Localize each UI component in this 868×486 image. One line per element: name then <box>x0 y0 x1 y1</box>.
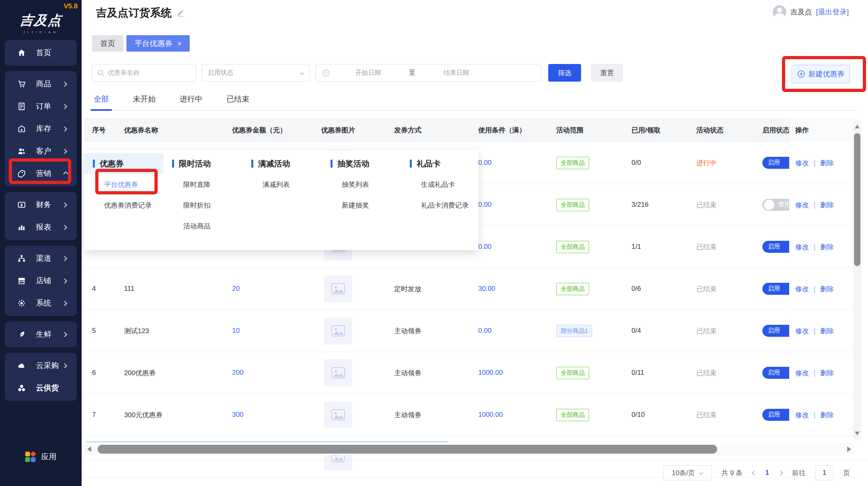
chevron-right-icon <box>62 225 67 230</box>
menu-group-title: 抽奖活动 <box>322 153 401 174</box>
sidebar-item-首页[interactable]: 首页 <box>5 42 77 64</box>
sidebar-item-渠道[interactable]: 渠道 <box>5 247 77 270</box>
sidebar-item-label: 首页 <box>36 48 66 58</box>
scroll-down-arrow-icon[interactable] <box>855 432 860 435</box>
toggle-label: 启用 <box>768 327 780 334</box>
page-tab-平台优惠券[interactable]: 平台优惠券× <box>126 35 190 52</box>
current-page[interactable]: 1 <box>766 469 769 477</box>
status-tab-未开始[interactable]: 未开始 <box>131 94 157 104</box>
sidebar-item-label: 云供货 <box>36 383 66 393</box>
toggle-label: 启用 <box>768 285 780 292</box>
sidebar-item-报表[interactable]: 报表 <box>5 216 77 238</box>
cell-name: 300元优惠券 <box>116 410 224 420</box>
sidebar-item-商品[interactable]: 商品 <box>5 73 77 95</box>
cell-name: 200优惠券 <box>116 368 224 378</box>
modify-link[interactable]: 修改 <box>795 284 809 294</box>
sidebar-item-客户[interactable]: 客户 <box>5 140 77 162</box>
horizontal-scrollbar[interactable] <box>84 443 854 455</box>
total-count: 共 9 条 <box>722 468 743 478</box>
delete-link[interactable]: 删除 <box>820 368 834 378</box>
modify-link[interactable]: 修改 <box>795 410 809 420</box>
enable-status-select[interactable]: 启用状态 <box>202 64 310 82</box>
delete-link[interactable]: 删除 <box>820 200 834 210</box>
group-bar-icon <box>93 160 95 168</box>
menu-item-生成礼品卡[interactable]: 生成礼品卡 <box>401 174 480 195</box>
delete-link[interactable]: 删除 <box>820 326 834 336</box>
date-range-picker[interactable]: 开始日期 至 结束日期 <box>315 64 541 82</box>
modify-link[interactable]: 修改 <box>795 200 809 210</box>
page-tab-首页[interactable]: 首页 <box>92 35 123 52</box>
action-divider: ｜ <box>811 200 818 210</box>
sidebar-item-生鲜[interactable]: 生鲜 <box>5 323 77 346</box>
sidebar-item-库存[interactable]: 库存 <box>5 118 77 140</box>
cell-condition: 1000.00 <box>466 411 542 419</box>
avatar-icon[interactable] <box>773 5 786 19</box>
modify-link[interactable]: 修改 <box>795 242 809 252</box>
cell-seq: 7 <box>84 411 116 419</box>
status-tab-进行中[interactable]: 进行中 <box>178 94 204 104</box>
sidebar-item-营销[interactable]: 营销 <box>5 162 77 185</box>
menu-item-抽奖列表[interactable]: 抽奖列表 <box>322 174 401 195</box>
sidebar-item-云采购[interactable]: 云采购 <box>5 354 77 377</box>
vertical-scrollbar-thumb[interactable] <box>854 133 860 266</box>
scroll-up-arrow-icon[interactable] <box>855 125 860 128</box>
menu-group-title-text: 礼品卡 <box>417 158 441 169</box>
sidebar-item-label: 订单 <box>36 101 63 112</box>
apps-label: 应用 <box>41 452 56 462</box>
menu-item-平台优惠券[interactable]: 平台优惠券 <box>84 174 163 195</box>
scroll-right-arrow-icon[interactable] <box>847 446 851 452</box>
next-page-icon[interactable] <box>778 470 783 476</box>
new-coupon-button[interactable]: 新建优惠券 <box>792 65 850 83</box>
page-suffix: 页 <box>843 468 850 478</box>
delete-link[interactable]: 删除 <box>820 410 834 420</box>
cell-name: 111 <box>116 285 224 293</box>
menu-item-限时直降[interactable]: 限时直降 <box>163 174 243 195</box>
sidebar-item-label: 生鲜 <box>36 329 63 340</box>
cell-scope: 全部商品 <box>542 241 618 253</box>
status-tab-已结束[interactable]: 已结束 <box>225 94 251 104</box>
delete-link[interactable]: 删除 <box>820 284 834 294</box>
status-tab-全部[interactable]: 全部 <box>92 94 110 104</box>
group-bar-icon <box>251 160 253 168</box>
close-tab-icon[interactable]: × <box>177 39 182 48</box>
page-size-select[interactable]: 10条/页 <box>663 465 712 480</box>
menu-item-活动商品[interactable]: 活动商品 <box>163 216 243 236</box>
chevron-right-icon <box>62 149 67 154</box>
modify-link[interactable]: 修改 <box>795 326 809 336</box>
cell-scope: 全部商品 <box>542 283 618 295</box>
reset-button[interactable]: 重置 <box>591 64 623 82</box>
cell-name: 测试123 <box>116 326 224 336</box>
sidebar-item-订单[interactable]: 订单 <box>5 95 77 118</box>
finance-icon <box>17 200 26 210</box>
menu-item-优惠券消费记录[interactable]: 优惠券消费记录 <box>84 195 163 216</box>
status-tab-bar: 全部未开始进行中已结束 <box>92 94 857 111</box>
toggle-label: 禁用 <box>778 201 790 208</box>
goto-label: 前往 <box>792 468 806 478</box>
modify-link[interactable]: 修改 <box>795 158 809 168</box>
horizontal-scrollbar-thumb[interactable] <box>98 445 717 454</box>
sidebar-item-财务[interactable]: 财务 <box>5 194 77 216</box>
delete-link[interactable]: 删除 <box>820 158 834 168</box>
logout-link[interactable]: [退出登录] <box>816 7 849 17</box>
modify-link[interactable]: 修改 <box>795 368 809 378</box>
menu-item-限时折扣[interactable]: 限时折扣 <box>163 195 243 216</box>
goto-page-input[interactable] <box>815 465 834 480</box>
menu-item-满减列表[interactable]: 满减列表 <box>243 174 322 195</box>
filter-button[interactable]: 筛选 <box>548 64 581 82</box>
menu-group-title: 礼品卡 <box>401 153 480 174</box>
menu-group-title-text: 满减活动 <box>258 158 290 169</box>
scroll-left-arrow-icon[interactable] <box>87 446 91 452</box>
column-header-优惠券名称: 优惠券名称 <box>116 126 224 135</box>
delete-link[interactable]: 删除 <box>820 242 834 252</box>
sidebar-item-apps[interactable]: 应用 <box>0 452 82 462</box>
prev-page-icon[interactable] <box>752 470 757 476</box>
cell-used: 0/4 <box>618 327 684 335</box>
coupon-name-search-input[interactable]: 优惠券名称 <box>92 64 196 82</box>
chevron-down-icon <box>300 70 304 75</box>
menu-item-新建抽奖[interactable]: 新建抽奖 <box>322 195 401 216</box>
sidebar-item-系统[interactable]: 系统 <box>5 292 77 314</box>
sidebar-item-店铺[interactable]: 店铺 <box>5 270 77 292</box>
sidebar-item-云供货[interactable]: 云供货 <box>5 377 77 399</box>
menu-item-礼品卡消费记录[interactable]: 礼品卡消费记录 <box>401 195 480 216</box>
edit-title-icon[interactable] <box>176 8 185 20</box>
